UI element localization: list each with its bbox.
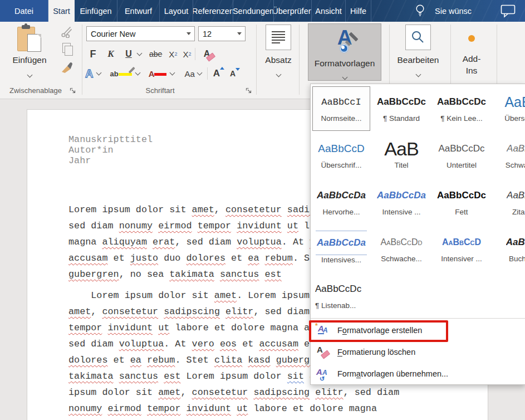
spellcheck-red-squiggle: tempor — [68, 323, 102, 333]
body-line: nonumy eirmod tempor invidunt ut labore … — [68, 401, 399, 417]
spellcheck-red-squiggle: voluptua — [237, 237, 282, 247]
tab-einfügen[interactable]: Einfügen — [75, 0, 117, 22]
style-item-standard[interactable]: AaBbCcDc¶ Standard — [372, 86, 430, 131]
chevron-down-icon[interactable] — [415, 72, 421, 77]
style-label: Intensiver ... — [441, 255, 482, 263]
style-item-fett[interactable]: AaBbCcDcFett — [433, 180, 490, 224]
superscript-button[interactable]: X2 — [183, 50, 191, 59]
chevron-down-icon — [27, 72, 32, 78]
spellcheck-red-squiggle: clita — [214, 355, 242, 365]
addins-label-line2[interactable]: Ins — [454, 66, 489, 76]
style-item-intensives[interactable]: AaBbCcDaIntensives... — [312, 227, 370, 271]
shrink-font-button[interactable]: A — [230, 69, 235, 78]
font-name-combobox[interactable]: Courier New — [86, 26, 195, 41]
style-preview: AaBb — [504, 90, 525, 114]
chevron-down-icon — [342, 75, 347, 80]
paste-label: Einfügen — [4, 55, 55, 65]
bold-button[interactable]: F — [85, 48, 101, 60]
copy-button[interactable] — [62, 43, 72, 55]
font-color-bar — [154, 73, 166, 76]
editing-group-button[interactable] — [405, 25, 431, 50]
tab-start[interactable]: Start — [48, 0, 75, 22]
style-item-übersch[interactable]: AaBbÜbersch... — [493, 86, 525, 131]
tab-ansicht[interactable]: Ansicht — [312, 0, 346, 22]
highlight-chevron-icon[interactable] — [135, 70, 140, 75]
comment-icon[interactable] — [501, 4, 516, 18]
font-dialog-launcher-icon[interactable] — [245, 87, 252, 94]
apply-styles-icon: AA↺ — [316, 367, 330, 381]
style-item-listenab[interactable]: AaBbCcDc¶ Listenab... — [312, 274, 370, 318]
style-item-untertitel[interactable]: AaBbCcDcUntertitel — [433, 133, 490, 178]
spellcheck-red-squiggle: eirmod — [108, 403, 141, 414]
style-item-normseite[interactable]: AaBbCcINormseite... — [312, 86, 370, 131]
style-label: Untertitel — [447, 161, 477, 169]
addins-label-line1[interactable]: Add- — [454, 54, 489, 64]
text-highlight-button[interactable]: ab — [110, 71, 131, 77]
text-effects-chevron-icon[interactable] — [96, 70, 102, 75]
styles-button[interactable]: A Formatvorlagen — [308, 23, 381, 81]
sparkle-icon: * — [315, 322, 318, 330]
style-item-schwache[interactable]: AaBbCcDdSchwache... — [372, 227, 430, 271]
cut-button[interactable] — [60, 25, 73, 38]
spellcheck-red-squiggle: eirmod — [158, 221, 192, 231]
style-item-überschrif[interactable]: AaBbCcDÜberschrif... — [312, 133, 370, 178]
spellcheck-red-squiggle: sanctus — [119, 371, 159, 382]
menu-item-formatvorlage-erstellen[interactable]: *AAFormatvorlage erstellen — [311, 319, 525, 341]
chevron-down-icon[interactable] — [276, 72, 281, 77]
subscript-button[interactable]: X2 — [169, 50, 177, 59]
ribbon-tab-bar: DateiStartEinfügenEntwurfLayoutReferenze… — [0, 0, 525, 22]
tab-layout[interactable]: Layout — [160, 0, 193, 22]
menu-item-formatierung-löschen[interactable]: AFormatierung löschen — [311, 341, 525, 363]
italic-button[interactable]: K — [103, 48, 119, 60]
spellcheck-red-squiggle: takimata — [169, 269, 214, 280]
tab-sendungen[interactable]: Sendungen — [233, 0, 274, 22]
menu-item-label: Formatvorlagen übernehmen... — [337, 369, 448, 378]
strikethrough-button[interactable]: abe — [149, 50, 162, 58]
paste-button[interactable]: Einfügen — [4, 23, 55, 93]
clipboard-dialog-launcher-icon[interactable] — [69, 87, 76, 94]
style-label: Titel — [394, 161, 408, 169]
clear-formatting-button[interactable]: A — [199, 47, 214, 61]
style-label: Fett — [455, 208, 468, 216]
paragraph-group-button[interactable] — [266, 25, 291, 50]
tab-überprüfen[interactable]: Überprüfen — [274, 0, 312, 22]
change-case-button[interactable]: Aa — [184, 69, 194, 79]
tell-me-box[interactable]: Sie wünsc — [414, 0, 478, 22]
menu-item-formatvorlagen-übernehmen[interactable]: AA↺Formatvorlagen übernehmen... — [311, 363, 525, 384]
style-preview: AaBbCcD — [318, 137, 364, 160]
style-item-schwac[interactable]: AaBbCSchwac... — [493, 133, 525, 178]
spellcheck-red-squiggle: ut — [287, 221, 298, 231]
style-label: Hervorhe... — [323, 208, 360, 216]
underline-options-chevron-icon[interactable] — [137, 50, 143, 56]
tab-entwurf[interactable]: Entwurf — [117, 0, 160, 22]
spellcheck-red-squiggle: accusam — [68, 253, 108, 263]
change-case-chevron-icon[interactable] — [197, 70, 202, 75]
tab-hilfe[interactable]: Hilfe — [346, 0, 371, 22]
style-item-hervorhe[interactable]: AaBbCcDaHervorhe... — [312, 180, 370, 224]
grow-font-button[interactable]: A — [213, 68, 220, 79]
paragraph-label: Absatz — [256, 55, 301, 65]
style-item-bucht[interactable]: AaBbCBucht... — [493, 227, 525, 271]
style-label: Intensives... — [321, 256, 361, 264]
format-painter-button[interactable] — [60, 60, 74, 74]
spellcheck-red-squiggle: invidunt — [237, 221, 282, 231]
menu-item-label: Formatierung löschen — [337, 348, 415, 356]
caret-down-icon — [235, 68, 240, 71]
undo-arrow-icon: ↺ — [320, 375, 325, 383]
underline-button[interactable]: U — [122, 49, 135, 59]
tab-referenzen[interactable]: Referenzen — [193, 0, 233, 22]
style-item-intensive[interactable]: AaBbCcDaIntensive ... — [372, 180, 430, 224]
text-effects-button[interactable]: A — [85, 67, 93, 80]
font-color-button[interactable]: A — [149, 70, 167, 77]
style-item-zita[interactable]: AaBbCZita... — [493, 180, 525, 224]
font-size-combobox[interactable]: 12 — [198, 26, 246, 41]
tab-datei[interactable]: Datei — [0, 0, 48, 22]
title-line: Jahr — [68, 155, 153, 166]
style-item-kein-lee[interactable]: AaBbCcDc¶ Kein Lee... — [433, 86, 490, 131]
document-title-block: ManuskripttitelAutor*inJahr — [68, 134, 153, 166]
style-item-intensiver[interactable]: AaBbCcDIntensiver ... — [433, 227, 490, 271]
style-item-titel[interactable]: AaBTitel — [372, 133, 430, 178]
font-color-chevron-icon[interactable] — [170, 70, 175, 75]
style-label: Übersch... — [504, 114, 525, 123]
spellcheck-red-squiggle: accusam — [259, 339, 298, 349]
